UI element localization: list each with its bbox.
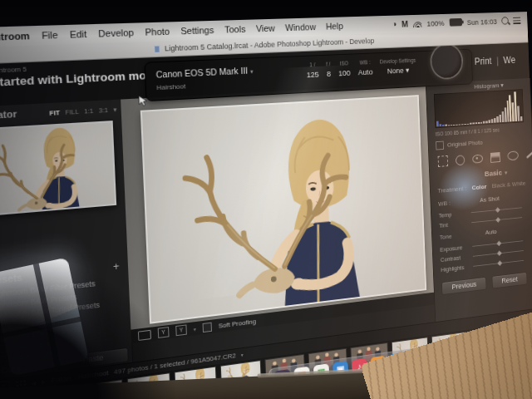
reset-button[interactable]: Reset bbox=[492, 272, 528, 289]
panel-buttons: Previous Reset bbox=[441, 272, 528, 295]
slider-thumb-icon[interactable] bbox=[495, 207, 500, 212]
wb-value[interactable]: As Shot bbox=[480, 195, 500, 204]
menu-window[interactable]: Window bbox=[285, 22, 316, 32]
histogram-bar bbox=[445, 125, 447, 126]
histogram-bar bbox=[494, 118, 496, 123]
treatment-bw[interactable]: Black & White bbox=[492, 180, 526, 190]
slider-thumb-icon[interactable] bbox=[496, 250, 501, 255]
photograph-of-laptop: Lightroom FileEditDevelopPhotoSettingsTo… bbox=[0, 0, 532, 399]
menu-view[interactable]: View bbox=[256, 23, 275, 34]
wb-label: WB : bbox=[438, 200, 451, 208]
histogram-bar bbox=[520, 116, 523, 121]
histogram-bar bbox=[475, 122, 477, 124]
metadata-value: Auto bbox=[357, 67, 372, 76]
histogram-bar bbox=[491, 119, 494, 123]
navigator-zoom-options: FITFILL1:13:1▾ bbox=[49, 106, 116, 117]
metadata-column-iso[interactable]: ISO100 bbox=[337, 60, 350, 77]
m-status-icon[interactable]: M bbox=[401, 20, 408, 28]
spotlight-icon[interactable] bbox=[501, 17, 509, 24]
caret-down-icon: ▾ bbox=[250, 68, 254, 74]
metadata-column-wb[interactable]: WB :Auto bbox=[357, 59, 372, 76]
graduated-filter-icon[interactable] bbox=[490, 152, 500, 163]
battery-percent: 100% bbox=[426, 18, 444, 27]
histogram-bar bbox=[470, 123, 471, 125]
metadata-value: 100 bbox=[338, 68, 351, 77]
metadata-column-1[interactable]: 1 /125 bbox=[306, 62, 319, 79]
histogram-chart[interactable] bbox=[434, 89, 524, 128]
folder-filter[interactable]: Hairshoot bbox=[156, 82, 185, 91]
menu-help[interactable]: Help bbox=[326, 21, 343, 31]
previous-button[interactable]: Previous bbox=[441, 277, 487, 295]
menu-app-name[interactable]: Lightroom bbox=[0, 31, 30, 43]
histogram-bar bbox=[517, 106, 520, 121]
right-panel: Histogram ▾ ISO 100 85 mm f / 8 1 / 125 … bbox=[426, 78, 532, 322]
module-divider: | bbox=[496, 56, 499, 66]
histogram-bar bbox=[442, 124, 445, 126]
spot-removal-icon[interactable] bbox=[456, 155, 465, 165]
histogram-bar bbox=[453, 125, 455, 126]
caret-down-icon[interactable]: ▾ bbox=[194, 326, 196, 332]
histogram-bar bbox=[447, 125, 450, 126]
app-swirl-status-icon[interactable]: ◑ bbox=[392, 20, 397, 28]
histogram-bar bbox=[483, 121, 485, 124]
metadata-column-f[interactable]: f /8 bbox=[326, 61, 331, 78]
histogram-bar bbox=[485, 121, 488, 123]
menu-edit[interactable]: Edit bbox=[70, 29, 87, 40]
menu-settings[interactable]: Settings bbox=[180, 25, 214, 36]
histogram-bar bbox=[456, 124, 458, 125]
red-eye-tool-icon[interactable] bbox=[472, 154, 483, 163]
slider-thumb-icon[interactable] bbox=[495, 217, 500, 222]
metadata-label: Develop Settings bbox=[380, 57, 416, 65]
menu-status-area: ◑ M 100% Sun 16:03 bbox=[392, 16, 521, 28]
soft-proofing-label: Soft Proofing bbox=[219, 318, 257, 330]
original-photo-checkbox[interactable] bbox=[436, 141, 444, 150]
slider-track[interactable] bbox=[473, 260, 524, 267]
camera-filter[interactable]: Canon EOS 5D Mark III ▾ bbox=[155, 65, 253, 79]
module-item-we[interactable]: We bbox=[503, 55, 515, 66]
crop-tool-icon[interactable] bbox=[438, 155, 448, 167]
metadata-label: f / bbox=[326, 61, 330, 66]
metadata-column-develop-settings[interactable]: Develop SettingsNone ▾ bbox=[380, 57, 416, 76]
navigator-header[interactable]: Navigator bbox=[0, 108, 17, 121]
histogram-bar bbox=[467, 124, 469, 125]
wifi-icon[interactable] bbox=[413, 20, 422, 27]
original-photo-label: Original Photo bbox=[447, 139, 483, 148]
navigator-preview[interactable] bbox=[0, 121, 116, 217]
treatment-label: Treatment : bbox=[437, 185, 466, 194]
caret-down-icon: ▼ bbox=[504, 170, 509, 175]
metadata-label: ISO bbox=[337, 60, 350, 66]
menu-develop[interactable]: Develop bbox=[98, 27, 134, 39]
main-photo[interactable] bbox=[140, 95, 426, 324]
histogram-bar bbox=[489, 120, 491, 123]
basic-panel-header[interactable]: Basic ▼ bbox=[430, 168, 508, 183]
slider-thumb-icon[interactable] bbox=[496, 240, 501, 245]
module-item-print[interactable]: Print bbox=[475, 56, 492, 67]
histogram-bar bbox=[439, 124, 441, 126]
radial-filter-icon[interactable] bbox=[507, 150, 518, 160]
tone-label: Tone bbox=[440, 233, 452, 241]
adjustment-brush-icon[interactable] bbox=[526, 150, 532, 159]
menu-clock[interactable]: Sun 16:03 bbox=[466, 17, 496, 26]
metadata-columns: 1 /125f /8ISO100WB :AutoDevelop Settings… bbox=[306, 57, 416, 79]
histogram-bar bbox=[478, 122, 480, 124]
notification-center-icon[interactable] bbox=[513, 17, 520, 23]
tone-auto-button[interactable]: Auto bbox=[485, 228, 497, 236]
caret-down-icon[interactable]: ▾ bbox=[241, 352, 244, 357]
histogram-bar bbox=[464, 124, 466, 125]
treatment-color[interactable]: Color bbox=[472, 183, 487, 191]
slider-track[interactable] bbox=[471, 217, 522, 223]
menu-tools[interactable]: Tools bbox=[224, 24, 246, 35]
histogram-bar bbox=[472, 123, 474, 125]
slider-track[interactable] bbox=[471, 207, 522, 213]
menu-photo[interactable]: Photo bbox=[145, 27, 170, 37]
navigator-zoom-fit[interactable]: FIT bbox=[49, 109, 60, 117]
slider-label: Tint bbox=[439, 219, 467, 229]
navigator-zoom-3-1[interactable]: 3:1 bbox=[99, 106, 109, 115]
soft-proofing-checkbox[interactable] bbox=[203, 322, 212, 332]
navigator-zoom-fill[interactable]: FILL bbox=[65, 108, 79, 116]
navigator-zoom-1-1[interactable]: 1:1 bbox=[84, 107, 94, 116]
zoom-caret-icon[interactable]: ▾ bbox=[113, 106, 116, 114]
menu-file[interactable]: File bbox=[42, 30, 58, 41]
slider-thumb-icon[interactable] bbox=[497, 260, 502, 265]
caret-down-icon: ▾ bbox=[500, 81, 504, 88]
